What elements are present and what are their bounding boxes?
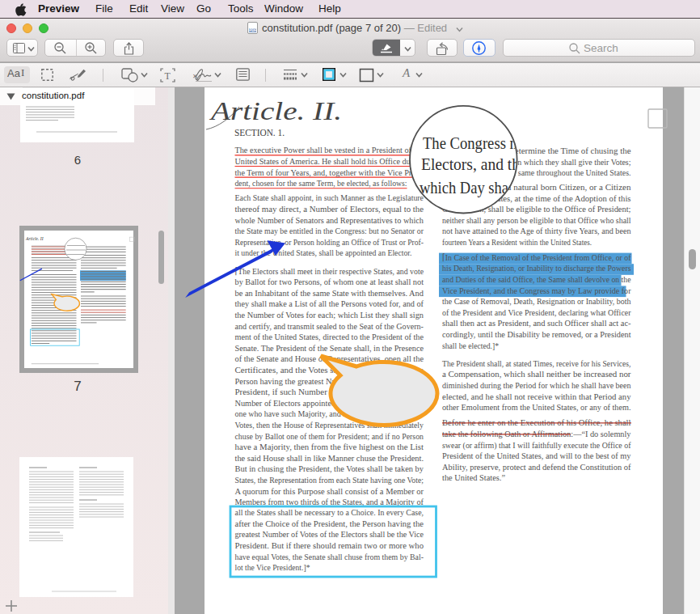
svg-text:be an Inhabitant of the same S: be an Inhabitant of the same State with …: [235, 288, 424, 298]
svg-text:States, the Representation fro: States, the Representation from each Sta…: [235, 475, 424, 485]
svg-text:chuse by Ballot one of them fo: chuse by Ballot one of them for Presiden…: [235, 431, 424, 441]
svg-text:the Number of Votes for each;: the Number of Votes for each; which List…: [235, 310, 424, 320]
svg-text:the Case of Removal, Death, Re: the Case of Removal, Death, Resignation …: [442, 296, 631, 306]
svg-text:have equal Votes, the Senate s: have equal Votes, the Senate shall chuse…: [235, 552, 424, 561]
svg-text:neither shall any person be el: neither shall any person be eligible to …: [442, 215, 631, 225]
svg-text:swear (or affirm) that I will: swear (or affirm) that I will faithfully…: [442, 440, 631, 451]
svg-text:lot the Vice President.]*: lot the Vice President.]*: [235, 562, 310, 572]
svg-text:But in chusing the President,: But in chusing the President, the Votes …: [235, 464, 424, 473]
svg-text:greatest Number of Votes of th: greatest Number of Votes of the Electors…: [235, 529, 424, 539]
svg-text:Senate. The President of the S: Senate. The President of the Senate shal…: [235, 343, 424, 353]
svg-text:The executive Power shall be v: The executive Power shall be vested in a…: [235, 145, 424, 155]
svg-text:dent, chosen for the same Term: dent, chosen for the same Term, be elect…: [235, 178, 407, 188]
svg-text:take the following Oath or Aff: take the following Oath or Affirmation:—…: [442, 429, 631, 438]
svg-text:The President shall, at stated: The President shall, at stated Times, re…: [442, 358, 631, 368]
svg-text:Representative, or Person hold: Representative, or Person holding an Off…: [235, 237, 424, 247]
svg-text:T: T: [165, 70, 171, 82]
svg-text:his Death, Resignation, or Ina: his Death, Resignation, or Inability to …: [442, 263, 631, 273]
svg-text:President of the United States: President of the United States, and will…: [442, 451, 631, 460]
svg-text:The Congress m: The Congress m: [423, 133, 521, 153]
svg-text:which Day sha: which Day sha: [420, 177, 508, 197]
svg-text:have a Majority, then from the: have a Majority, then from the five high…: [235, 442, 424, 451]
svg-text:shall be elected.]*: shall be elected.]*: [442, 341, 499, 350]
svg-text:of the President and Vice Pres: of the President and Vice President, dec…: [442, 307, 631, 317]
svg-text:diminished during the Period f: diminished during the Period for which h…: [442, 380, 631, 390]
svg-text:cordingly, until the Disabilit: cordingly, until the Disability be remov…: [442, 329, 631, 339]
svg-text:shall then act as President, a: shall then act as President, and such Of…: [442, 318, 631, 328]
svg-text:not have attained to the Age o: not have attained to the Age of thirty f…: [442, 226, 631, 235]
svg-text:all the States shall be necess: all the States shall be necessary to a C…: [235, 507, 424, 517]
svg-text:whole Number of Senators and R: whole Number of Senators and Representat…: [235, 215, 424, 225]
svg-text:Article. II.: Article. II.: [209, 97, 342, 125]
svg-text:Article. II: Article. II: [25, 236, 44, 241]
svg-text:PDF: PDF: [249, 28, 256, 32]
svg-text:after the Choice of the Presid: after the Choice of the President, the P…: [235, 519, 424, 528]
svg-text:A quorum for this Purpose shal: A quorum for this Purpose shall consist …: [235, 486, 424, 496]
svg-text:the Term of four Years, and, t: the Term of four Years, and, together wi…: [235, 167, 424, 177]
svg-text:fourteen Years a Resident with: fourteen Years a Resident within the Uni…: [442, 237, 592, 247]
svg-text:they shall make a List of all: they shall make a List of all the Person…: [235, 299, 424, 308]
svg-text:the said House shall in like M: the said House shall in like Manner chus…: [235, 453, 424, 463]
svg-text:United States of America. He s: United States of America. He shall hold …: [235, 156, 424, 166]
svg-text:and Duties of the said Office,: and Duties of the said Office, the Same …: [442, 274, 631, 284]
svg-text:Electors, and th: Electors, and th: [421, 154, 520, 174]
svg-text:elected, and he shall not rece: elected, and he shall not receive within…: [442, 392, 631, 401]
svg-text:by Ballot for two Persons, of: by Ballot for two Persons, of whom one a…: [235, 277, 424, 286]
svg-text:a Compensation, which shall ne: a Compensation, which shall neither be i…: [442, 369, 631, 379]
svg-text:and certify, and transmit seal: and certify, and transmit sealed to the …: [235, 321, 424, 331]
svg-text:other Emolument from the Unite: other Emolument from the United States, …: [442, 402, 631, 412]
svg-text:the United States.”: the United States.”: [442, 472, 505, 482]
svg-text:Vice President, and the Congre: Vice President, and the Congress may by …: [442, 286, 631, 295]
svg-text:President. But if there should: President. But if there should remain tw…: [235, 540, 424, 550]
svg-text:ment of the United States, dir: ment of the United States, directed to t…: [235, 332, 424, 341]
svg-text:thereof may direct, a Number o: thereof may direct, a Number of Electors…: [235, 204, 424, 214]
svg-text:Each State shall appoint, in s: Each State shall appoint, in such Manner…: [235, 193, 424, 202]
svg-text:SECTION. 1.: SECTION. 1.: [234, 127, 285, 138]
svg-text:Members from two thirds of the: Members from two thirds of the States, a…: [235, 497, 424, 506]
svg-text:⌈In Case of the Removal of the: ⌈In Case of the Removal of the President…: [442, 252, 631, 262]
svg-text:Ability, preserve, protect and: Ability, preserve, protect and defend th…: [442, 462, 631, 472]
svg-text:the State may be entitled in t: the State may be entitled in the Congres…: [235, 226, 424, 235]
svg-text:⌈The Electors shall meet in th: ⌈The Electors shall meet in their respec…: [235, 266, 424, 276]
